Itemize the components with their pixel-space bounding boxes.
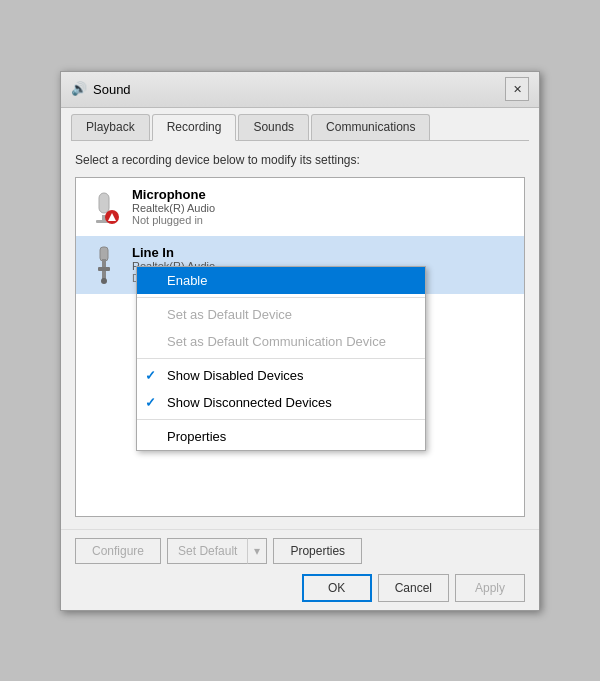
show-disconnected-check: ✓	[145, 395, 156, 410]
configure-button[interactable]: Configure	[75, 538, 161, 564]
set-default-group: Set Default ▾	[167, 538, 267, 564]
properties-button[interactable]: Properties	[273, 538, 362, 564]
show-disabled-check: ✓	[145, 368, 156, 383]
svg-rect-8	[102, 271, 106, 279]
ctx-sep-3	[137, 419, 425, 420]
microphone-status: Not plugged in	[132, 214, 215, 226]
title-bar: 🔊 Sound ✕	[61, 72, 539, 108]
microphone-driver: Realtek(R) Audio	[132, 202, 215, 214]
sound-dialog: 🔊 Sound ✕ Playback Recording Sounds Comm…	[60, 71, 540, 611]
device-microphone[interactable]: Microphone Realtek(R) Audio Not plugged …	[76, 178, 524, 236]
svg-rect-2	[99, 193, 109, 213]
context-menu: Enable Set as Default Device Set as Defa…	[136, 266, 426, 451]
ctx-set-default-comm: Set as Default Communication Device	[137, 328, 425, 355]
action-buttons: OK Cancel Apply	[75, 574, 525, 602]
cancel-button[interactable]: Cancel	[378, 574, 449, 602]
tab-recording[interactable]: Recording	[152, 114, 237, 141]
microphone-name: Microphone	[132, 187, 215, 202]
description-text: Select a recording device below to modif…	[75, 153, 525, 167]
sound-icon: 🔊	[71, 81, 87, 97]
microphone-icon	[86, 186, 122, 228]
ctx-sep-2	[137, 358, 425, 359]
bottom-section: Configure Set Default ▾ Properties OK Ca…	[61, 529, 539, 610]
device-buttons: Configure Set Default ▾ Properties	[75, 538, 525, 564]
svg-rect-5	[100, 247, 108, 261]
tab-sounds[interactable]: Sounds	[238, 114, 309, 140]
tab-communications[interactable]: Communications	[311, 114, 430, 140]
microphone-info: Microphone Realtek(R) Audio Not plugged …	[132, 187, 215, 226]
svg-point-9	[101, 278, 107, 284]
title-bar-left: 🔊 Sound	[71, 81, 131, 97]
ctx-enable[interactable]: Enable	[137, 267, 425, 294]
tab-bar: Playback Recording Sounds Communications	[61, 108, 539, 140]
svg-rect-7	[98, 267, 110, 271]
ctx-show-disabled[interactable]: ✓ Show Disabled Devices	[137, 362, 425, 389]
ctx-properties[interactable]: Properties	[137, 423, 425, 450]
main-content: Select a recording device below to modif…	[61, 141, 539, 529]
set-default-button[interactable]: Set Default	[167, 538, 247, 564]
apply-button[interactable]: Apply	[455, 574, 525, 602]
device-list[interactable]: Microphone Realtek(R) Audio Not plugged …	[75, 177, 525, 517]
set-default-arrow-button[interactable]: ▾	[247, 538, 267, 564]
close-button[interactable]: ✕	[505, 77, 529, 101]
ok-button[interactable]: OK	[302, 574, 372, 602]
linein-icon	[86, 244, 122, 286]
ctx-show-disconnected[interactable]: ✓ Show Disconnected Devices	[137, 389, 425, 416]
linein-name: Line In	[132, 245, 232, 260]
ctx-set-default: Set as Default Device	[137, 301, 425, 328]
tab-playback[interactable]: Playback	[71, 114, 150, 140]
ctx-sep-1	[137, 297, 425, 298]
dialog-title: Sound	[93, 82, 131, 97]
